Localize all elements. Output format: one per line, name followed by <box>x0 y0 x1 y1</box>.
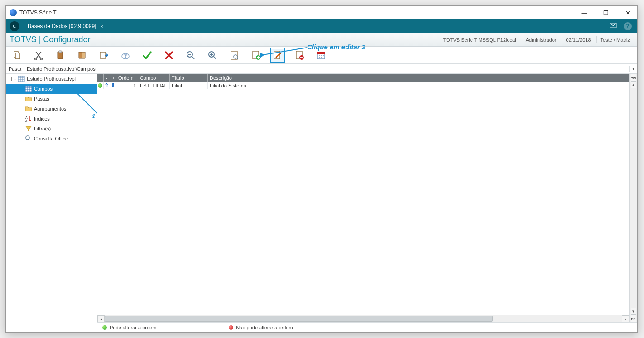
search-icon <box>25 135 32 142</box>
grid-header-status[interactable] <box>97 74 104 82</box>
svg-text:?: ? <box>124 53 127 58</box>
row-status-icon <box>97 82 104 89</box>
home-icon[interactable] <box>10 21 19 31</box>
status-date: 02/11/2018 <box>562 36 595 43</box>
vertical-scrollbar[interactable]: ◂◂ ▴ ▾ ▸▸ <box>629 74 637 322</box>
status-bar: TOTVS Série T MSSQL P12local Administrad… <box>440 36 634 43</box>
zoom-in-button[interactable] <box>206 49 219 62</box>
row-titulo: Filial <box>170 82 208 89</box>
filter-icon <box>25 125 32 132</box>
ribbon-bar: Bases de Dados [02.9.0099] × ? <box>6 19 637 33</box>
row-descricao: Filial do Sistema <box>208 82 629 89</box>
app-window: TOTVS Série T — ❐ ✕ Bases de Dados [02.9… <box>5 5 638 333</box>
tree-item-label: Filtro(s) <box>34 126 51 131</box>
scroll-down-icon[interactable]: ▾ <box>631 308 636 315</box>
grid-footer-legend: Pode alterar a ordem Não pode alterar a … <box>97 322 637 332</box>
minimize-button[interactable]: — <box>578 10 590 16</box>
grid-header-descricao[interactable]: Descrição <box>208 74 629 82</box>
scroll-right-icon[interactable]: ▸ <box>622 315 629 322</box>
status-user: Administrador <box>522 36 560 43</box>
book-button[interactable] <box>76 49 88 62</box>
row-move-down-icon[interactable]: ⇩ <box>110 82 116 89</box>
row-move-up-icon[interactable]: ⇧ <box>104 82 110 89</box>
grid-header-minus[interactable]: - <box>104 74 110 82</box>
annotation-edit-hint: Clique em editar 2 <box>307 43 365 51</box>
delete-button[interactable] <box>293 49 306 62</box>
new-button[interactable] <box>250 49 262 62</box>
svg-text:A: A <box>25 116 28 119</box>
status-env: TOTVS Série T MSSQL P12local <box>440 36 520 43</box>
row-campo: EST_FILIAL <box>138 82 170 89</box>
mail-icon[interactable] <box>609 21 617 31</box>
path-dropdown-icon[interactable]: ▾ <box>629 66 637 72</box>
title-bar: TOTVS Série T — ❐ ✕ <box>6 6 637 19</box>
folder-icon <box>25 95 32 102</box>
svg-rect-1 <box>15 53 20 59</box>
ribbon-tab-label: Bases de Dados [02.9.0099] <box>28 23 96 29</box>
tab-close-icon[interactable]: × <box>101 24 103 29</box>
svg-text:Z: Z <box>25 119 28 122</box>
grid-header-plus[interactable]: + <box>110 74 116 82</box>
status-branch: Teste / Matriz <box>596 36 634 43</box>
scroll-left-icon[interactable]: ◂ <box>97 315 105 322</box>
zoom-out-button[interactable] <box>184 49 197 62</box>
maximize-button[interactable]: ❐ <box>600 10 612 16</box>
svg-point-24 <box>26 136 29 140</box>
svg-rect-5 <box>59 51 62 53</box>
legend-ok-label: Pode alterar a ordem <box>110 325 156 330</box>
tree-item-filtros[interactable]: Filtro(s) <box>6 124 97 134</box>
tree-item-consulta-office[interactable]: Consulta Office <box>6 134 97 144</box>
paste-button[interactable] <box>54 49 67 62</box>
tree-item-indices[interactable]: AZ Indices <box>6 114 97 124</box>
ribbon-tab-databases[interactable]: Bases de Dados [02.9.0099] × <box>24 22 107 30</box>
tree-item-campos[interactable]: Campos <box>6 84 97 94</box>
toolbar: ? Clique em editar 2 <box>6 47 637 64</box>
tree-item-label: Campos <box>34 86 53 92</box>
grid-row[interactable]: ⇧ ⇩ 1 EST_FILIAL Filial Filial do Sistem… <box>97 82 629 89</box>
grid-header-ordem[interactable]: Ordem <box>116 74 138 82</box>
tree-root[interactable]: - ··· Estudo Protheusadvpl <box>6 74 97 84</box>
svg-rect-21 <box>25 86 32 92</box>
app-icon <box>10 9 17 16</box>
tree-item-label: Indices <box>34 116 50 121</box>
folder-icon <box>25 105 32 112</box>
path-value: Estudo Protheusadvpl\Campos <box>24 66 629 72</box>
grid-header-titulo[interactable]: Título <box>170 74 208 82</box>
tree-collapse-icon[interactable]: - <box>8 77 12 81</box>
legend-cannot-reorder: Não pode alterar a ordem <box>229 325 293 330</box>
tree-item-agrupamentos[interactable]: Agrupamentos <box>6 104 97 114</box>
confirm-button[interactable] <box>141 49 154 62</box>
tree-item-label: Pastas <box>34 96 49 101</box>
grid-header-campo[interactable]: Campo <box>138 74 170 82</box>
legend-no-label: Não pode alterar a ordem <box>236 325 293 330</box>
close-button[interactable]: ✕ <box>622 10 634 16</box>
grid-body: ⇧ ⇩ 1 EST_FILIAL Filial Filial do Sistem… <box>97 82 629 315</box>
copy-button[interactable] <box>10 49 23 62</box>
red-dot-icon <box>229 325 233 330</box>
nav-tree: - ··· Estudo Protheusadvpl Campos Pastas… <box>6 74 97 332</box>
table-icon <box>25 85 32 92</box>
edit-button[interactable] <box>271 49 284 62</box>
table-icon <box>18 75 25 82</box>
module-title: TOTVS | Configurador <box>10 35 90 44</box>
legend-can-reorder: Pode alterar a ordem <box>102 325 156 330</box>
scroll-thumb[interactable] <box>105 316 493 322</box>
help-button[interactable]: ? <box>119 49 132 62</box>
grid-header: - + Ordem Campo Título Descrição <box>97 74 629 82</box>
scroll-up-icon[interactable]: ▴ <box>631 81 636 88</box>
window-title: TOTVS Série T <box>19 10 578 16</box>
horizontal-scrollbar[interactable]: ◂ ▸ <box>97 315 629 322</box>
help-icon[interactable]: ? <box>624 22 632 30</box>
preview-button[interactable] <box>228 49 240 62</box>
cut-button[interactable] <box>32 49 45 62</box>
tree-item-label: Consulta Office <box>34 136 68 141</box>
grid-area: - + Ordem Campo Título Descrição ⇧ ⇩ 1 <box>97 74 637 332</box>
scroll-top-icon[interactable]: ◂◂ <box>631 74 636 81</box>
cancel-button[interactable] <box>163 49 175 62</box>
svg-rect-20 <box>18 76 24 82</box>
export-button[interactable] <box>97 49 110 62</box>
tree-item-label: Agrupamentos <box>34 106 67 111</box>
svg-rect-19 <box>317 52 325 54</box>
tree-item-pastas[interactable]: Pastas <box>6 94 97 104</box>
scroll-bottom-icon[interactable]: ▸▸ <box>631 315 636 322</box>
